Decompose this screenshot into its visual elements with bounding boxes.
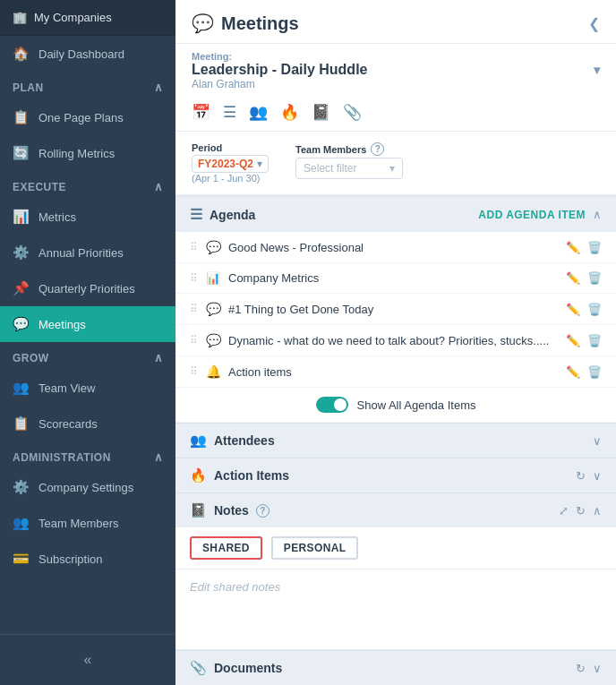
notes-refresh-icon[interactable]: ↻ [576, 504, 586, 518]
team-icon: 👥 [13, 380, 30, 396]
section-label: Plan [13, 81, 44, 94]
meeting-info: Meeting: Leadership - Daily Huddle ▾ Ala… [175, 44, 616, 94]
delete-icon[interactable]: 🗑️ [587, 334, 602, 347]
delete-icon[interactable]: 🗑️ [587, 271, 602, 285]
drag-handle-icon[interactable]: ⠿ [190, 334, 198, 347]
sidebar-item-label: Team Members [38, 517, 119, 530]
agenda-collapse-icon[interactable]: ∧ [593, 208, 602, 221]
action-items-collapse-icon[interactable]: ∨ [593, 469, 602, 483]
agenda-item-text: Dynamic - what do we need to talk about?… [228, 334, 559, 347]
list-icon[interactable]: ☰ [223, 103, 236, 122]
team-select-dropdown[interactable]: Select filter ▾ [295, 158, 403, 179]
action-items-section-header[interactable]: 🔥 Action Items ↻ ∨ [175, 458, 616, 492]
notes-content-area[interactable]: Edit shared notes [175, 569, 616, 650]
edit-icon[interactable]: ✏️ [566, 334, 580, 347]
sidebar-item-team-view[interactable]: 👥 Team View [0, 370, 175, 406]
notes-help-icon[interactable]: ? [256, 504, 270, 518]
toggle-label: Show All Agenda Items [357, 398, 476, 412]
agenda-header-right: ADD AGENDA ITEM ∧ [478, 208, 602, 221]
documents-title: Documents [214, 661, 282, 675]
sidebar-item-annual-priorities[interactable]: ⚙️ Annual Priorities [0, 235, 175, 270]
chat-icon: 💬 [205, 302, 221, 316]
topbar-chevron-icon[interactable]: ❮ [588, 15, 600, 32]
delete-icon[interactable]: 🗑️ [587, 365, 602, 379]
edit-icon[interactable]: ✏️ [566, 303, 580, 316]
sidebar-section-administration: Administration ∧ [0, 441, 175, 469]
edit-icon[interactable]: ✏️ [566, 271, 580, 285]
section-label: Execute [13, 181, 66, 193]
sidebar-item-rolling-metrics[interactable]: 🔄 Rolling Metrics [0, 135, 175, 171]
gear-icon: ⚙️ [13, 244, 30, 261]
period-dropdown-arrow: ▾ [257, 158, 262, 170]
shared-tab-button[interactable]: SHARED [190, 536, 262, 560]
sidebar-item-daily-dashboard[interactable]: 🏠 Daily Dashboard [0, 36, 175, 72]
notes-expand-icon[interactable]: ⤢ [559, 504, 569, 518]
grow-collapse-icon[interactable]: ∧ [154, 351, 163, 364]
item-actions: ✏️ 🗑️ [566, 303, 602, 316]
drag-handle-icon[interactable]: ⠿ [190, 303, 198, 315]
agenda-item-text: Good News - Professional [228, 241, 559, 254]
group-icon[interactable]: 👥 [249, 103, 268, 122]
drag-handle-icon[interactable]: ⠿ [190, 241, 198, 253]
calendar-icon[interactable]: 📅 [192, 103, 210, 122]
sidebar-item-meetings[interactable]: 💬 Meetings [0, 306, 175, 342]
team-filter: Team Members ? Select filter ▾ [295, 142, 403, 179]
admin-collapse-icon[interactable]: ∧ [154, 450, 163, 464]
notes-collapse-icon[interactable]: ∧ [593, 504, 602, 518]
documents-header-right: ↻ ∨ [576, 662, 602, 675]
sidebar-company[interactable]: 🏢 My Companies [0, 0, 175, 36]
notes-section-header[interactable]: 📓 Notes ? ⤢ ↻ ∧ [175, 492, 616, 527]
documents-refresh-icon[interactable]: ↻ [576, 662, 586, 675]
note-icon[interactable]: 📓 [312, 103, 330, 122]
documents-header-left: 📎 Documents [190, 660, 282, 676]
sidebar-item-label: Subscription [38, 552, 103, 566]
meeting-icon: 💬 [13, 316, 30, 332]
sidebar-item-quarterly-priorities[interactable]: 📌 Quarterly Priorities [0, 270, 175, 306]
action-items-header-left: 🔥 Action Items [190, 467, 289, 484]
period-dropdown[interactable]: FY2023-Q2 ▾ [192, 155, 269, 173]
add-agenda-item-button[interactable]: ADD AGENDA ITEM [478, 209, 586, 221]
personal-tab-button[interactable]: PERSONAL [271, 536, 359, 560]
drag-handle-icon[interactable]: ⠿ [190, 272, 198, 285]
meeting-subtitle: Alan Graham [192, 78, 600, 90]
execute-collapse-icon[interactable]: ∧ [154, 180, 163, 193]
agenda-item: ⠿ 💬 Good News - Professional ✏️ 🗑️ [175, 232, 616, 263]
show-all-toggle[interactable] [316, 397, 348, 413]
plan-collapse-icon[interactable]: ∧ [154, 81, 163, 94]
period-value: FY2023-Q2 [198, 158, 253, 170]
drag-handle-icon[interactable]: ⠿ [190, 365, 198, 378]
edit-icon[interactable]: ✏️ [566, 241, 580, 254]
agenda-section-header[interactable]: ☰ Agenda ADD AGENDA ITEM ∧ [175, 196, 616, 232]
documents-icon: 📎 [190, 660, 207, 676]
section-label: Administration [13, 451, 111, 464]
edit-icon[interactable]: ✏️ [566, 365, 580, 379]
sidebar-collapse-button[interactable]: « [0, 644, 175, 676]
sidebar-item-company-settings[interactable]: ⚙️ Company Settings [0, 469, 175, 505]
paperclip-icon[interactable]: 📎 [343, 103, 362, 122]
bell-icon: 🔔 [205, 364, 221, 379]
sidebar-section-plan: Plan ∧ [0, 72, 175, 99]
content-scroll-area: ☰ Agenda ADD AGENDA ITEM ∧ ⠿ 💬 Good News… [175, 196, 616, 685]
sidebar-item-label: Metrics [38, 210, 76, 224]
period-label: Period [192, 142, 269, 153]
sidebar-item-metrics[interactable]: 📊 Metrics [0, 199, 175, 235]
sidebar-section-grow: Grow ∧ [0, 342, 175, 370]
attendees-icon: 👥 [190, 432, 207, 449]
sidebar-item-scorecards[interactable]: 📋 Scorecards [0, 406, 175, 441]
delete-icon[interactable]: 🗑️ [587, 241, 602, 254]
item-actions: ✏️ 🗑️ [566, 334, 602, 347]
attendees-section-header[interactable]: 👥 Attendees ∨ [175, 423, 616, 458]
sidebar-item-one-page-plans[interactable]: 📋 One Page Plans [0, 99, 175, 135]
item-actions: ✏️ 🗑️ [566, 365, 602, 379]
documents-collapse-icon[interactable]: ∨ [593, 662, 602, 675]
agenda-list: ⠿ 💬 Good News - Professional ✏️ 🗑️ ⠿ 📊 C… [175, 232, 616, 423]
action-items-refresh-icon[interactable]: ↻ [576, 469, 586, 483]
sidebar-item-team-members[interactable]: 👥 Team Members [0, 505, 175, 541]
flame-icon[interactable]: 🔥 [280, 103, 299, 122]
meeting-dropdown-icon[interactable]: ▾ [594, 63, 600, 77]
attendees-collapse-icon[interactable]: ∨ [593, 434, 602, 448]
documents-section-header[interactable]: 📎 Documents ↻ ∨ [175, 650, 616, 685]
delete-icon[interactable]: 🗑️ [587, 303, 602, 316]
team-help-icon[interactable]: ? [371, 142, 384, 156]
sidebar-item-subscription[interactable]: 💳 Subscription [0, 541, 175, 577]
